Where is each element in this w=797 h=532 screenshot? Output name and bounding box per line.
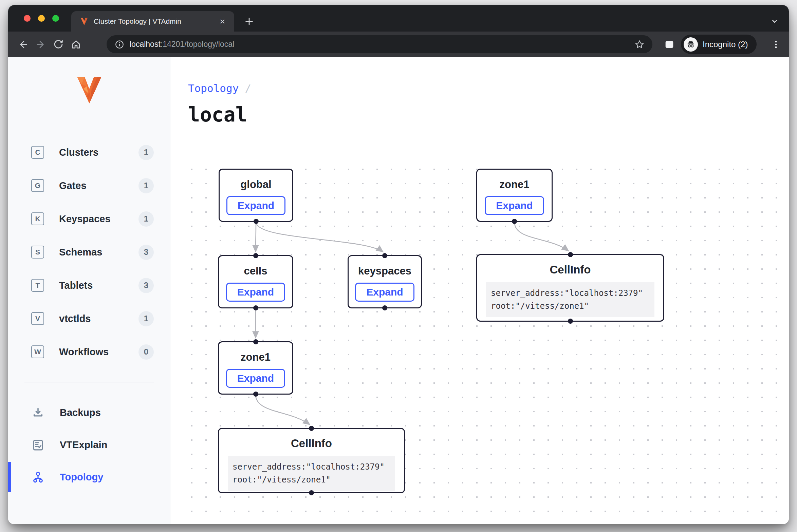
cellinfo-code-block: server_address:"localhost:2379"root:"/vi… [486, 282, 654, 317]
vitess-logo [8, 75, 170, 105]
graph-node-zone1[interactable]: zone1Expand [218, 341, 293, 395]
sidebar-item-label: vtctlds [59, 313, 91, 324]
count-badge: 1 [138, 145, 154, 160]
graph-node-cellinfo-right[interactable]: CellInfoserver_address:"localhost:2379"r… [476, 254, 664, 322]
graph-node-cells[interactable]: cellsExpand [218, 255, 293, 308]
breadcrumb-separator: / [245, 82, 251, 94]
home-icon [71, 39, 81, 50]
expand-button-global[interactable]: Expand [226, 196, 285, 215]
sidebar-item-label: Tablets [59, 280, 93, 291]
cellinfo-code-block: server_address:"localhost:2379"root:"/vi… [228, 456, 395, 491]
browser-tab[interactable]: Cluster Topology | VTAdmin ✕ [71, 11, 234, 32]
close-tab-icon[interactable]: ✕ [218, 17, 227, 26]
browser-menu-button[interactable] [768, 36, 784, 53]
page-header: Topology/ local [170, 57, 789, 126]
sidebar-item-vtexplain[interactable]: VTExplain [8, 429, 170, 461]
url-bar[interactable]: localhost:14201/topology/local [107, 35, 652, 53]
count-badge: 1 [138, 211, 154, 227]
code-line: root:"/vitess/zone1" [233, 473, 390, 486]
workflows-icon: W [31, 345, 44, 358]
forward-arrow-icon [35, 39, 46, 50]
node-title: zone1 [477, 178, 552, 191]
expand-button-keyspaces[interactable]: Expand [355, 283, 414, 302]
count-badge: 1 [138, 311, 154, 326]
sidebar-item-schemas[interactable]: SSchemas3 [8, 235, 170, 269]
sidebar-item-gates[interactable]: GGates1 [8, 169, 170, 202]
sidebar-item-clusters[interactable]: CClusters1 [8, 136, 170, 169]
graph-edge-zone1-right-cellinfo-right [515, 222, 569, 251]
sidebar-item-label: Topology [60, 472, 103, 483]
tab-title: Cluster Topology | VTAdmin [94, 17, 218, 25]
browser-window: Cluster Topology | VTAdmin ✕ [8, 5, 789, 524]
vtadmin-app: CClusters1GGates1KKeyspaces1SSchemas3TTa… [8, 57, 789, 524]
browser-toolbar: localhost:14201/topology/local [8, 32, 789, 57]
target-handle [309, 426, 314, 431]
sidebar-item-vtctlds[interactable]: Vvtctlds1 [8, 302, 170, 335]
keyspaces-icon: K [31, 212, 44, 225]
breadcrumb: Topology/ [188, 82, 789, 94]
code-line: server_address:"localhost:2379" [233, 460, 390, 473]
reload-icon [53, 39, 64, 50]
back-button[interactable] [14, 36, 32, 53]
count-badge: 1 [138, 178, 154, 193]
expand-button-zone1-right[interactable]: Expand [485, 196, 544, 215]
expand-button-zone1[interactable]: Expand [226, 369, 285, 388]
back-arrow-icon [18, 39, 29, 50]
breadcrumb-topology-link[interactable]: Topology [188, 82, 239, 94]
page-title: local [188, 103, 789, 126]
sidebar-item-tablets[interactable]: TTablets3 [8, 269, 170, 302]
new-tab-button[interactable] [242, 14, 257, 29]
tab-search-button[interactable] [767, 15, 782, 28]
url-host: localhost [130, 40, 161, 49]
graph-edge-global-cells [256, 222, 256, 252]
source-handle [309, 490, 314, 495]
source-handle [253, 305, 258, 310]
reload-button[interactable] [50, 36, 67, 53]
tablets-icon: T [31, 279, 44, 292]
forward-button[interactable] [32, 36, 50, 53]
graph-node-zone1-right[interactable]: zone1Expand [476, 169, 553, 222]
source-handle [512, 219, 517, 224]
plus-icon [244, 16, 254, 26]
zoom-window-button[interactable] [52, 15, 59, 22]
sidebar: CClusters1GGates1KKeyspaces1SSchemas3TTa… [8, 57, 170, 524]
sidebar-nav-primary: CClusters1GGates1KKeyspaces1SSchemas3TTa… [8, 136, 170, 368]
expand-button-cells[interactable]: Expand [226, 283, 285, 302]
kebab-menu-icon [771, 40, 781, 49]
sidebar-item-label: Schemas [59, 247, 102, 258]
source-handle [382, 305, 387, 310]
sidebar-item-keyspaces[interactable]: KKeyspaces1 [8, 202, 170, 235]
graph-node-keyspaces[interactable]: keyspacesExpand [348, 255, 422, 308]
close-window-button[interactable] [24, 15, 31, 22]
incognito-badge[interactable]: Incognito (2) [681, 35, 757, 54]
topology-graph-pane[interactable]: globalExpandzone1ExpandcellsExpandkeyspa… [188, 166, 789, 515]
sidebar-item-workflows[interactable]: WWorkflows0 [8, 335, 170, 368]
sidebar-item-label: Gates [59, 180, 87, 191]
minimize-window-button[interactable] [38, 15, 45, 22]
sidebar-item-topology[interactable]: Topology [8, 461, 170, 493]
graph-node-cellinfo-bottom[interactable]: CellInfoserver_address:"localhost:2379"r… [218, 428, 405, 493]
sidebar-item-backups[interactable]: Backups [8, 397, 170, 429]
clusters-icon: C [31, 146, 44, 159]
schemas-icon: S [31, 246, 44, 259]
target-handle [382, 253, 387, 258]
node-title: keyspaces [349, 265, 421, 277]
home-button[interactable] [67, 36, 85, 53]
side-panel-button[interactable] [661, 38, 678, 51]
code-line: server_address:"localhost:2379" [491, 287, 650, 300]
source-handle [254, 219, 259, 224]
url-text: localhost:14201/topology/local [130, 40, 633, 49]
chevron-down-icon [770, 17, 779, 26]
main-content: Topology/ local globalExpandzone1Expandc… [170, 57, 789, 524]
bookmark-star-icon[interactable] [633, 38, 646, 51]
graph-node-global[interactable]: globalExpand [219, 169, 293, 222]
source-handle [568, 319, 573, 324]
side-panel-icon [664, 39, 675, 50]
node-title: zone1 [219, 351, 292, 363]
sidebar-item-label: Workflows [59, 346, 109, 358]
source-handle [253, 392, 258, 397]
topology-icon [31, 471, 45, 484]
node-title: cells [219, 265, 292, 277]
sidebar-item-label: Keyspaces [59, 213, 111, 225]
site-info-icon[interactable] [113, 38, 126, 51]
